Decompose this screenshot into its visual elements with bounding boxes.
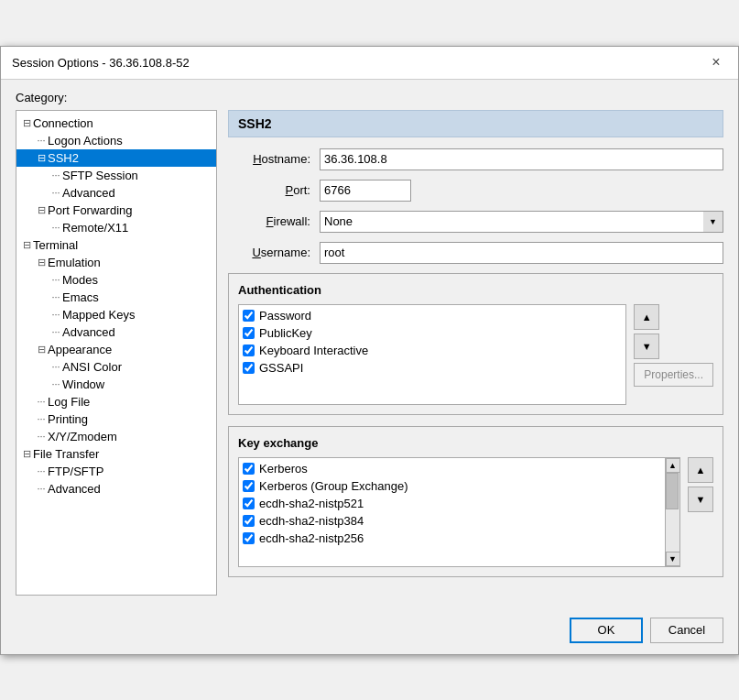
kex-label: Kerberos <box>259 462 308 476</box>
tree-item-label: Terminal <box>33 238 78 252</box>
ok-button[interactable]: OK <box>570 618 643 643</box>
tree-item-label: Emacs <box>62 290 99 304</box>
tree-item-expander: ··· <box>49 326 62 337</box>
tree-item-mapped-keys[interactable]: ··· Mapped Keys <box>16 306 216 323</box>
tree-item-terminal[interactable]: ⊟ Terminal <box>16 236 216 254</box>
close-button[interactable]: × <box>705 51 727 73</box>
dialog-title: Session Options - 36.36.108.8-52 <box>12 56 190 70</box>
tree-item-expander: ⊟ <box>20 239 33 251</box>
tree-item-file-transfer[interactable]: ⊟ File Transfer <box>16 445 216 463</box>
tree-item-expander: ··· <box>35 431 48 442</box>
kex-label: ecdh-sha2-nistp256 <box>259 531 364 545</box>
auth-item-password: Password <box>243 309 622 323</box>
firewall-select[interactable]: None Firewall1 Firewall2 <box>320 211 723 233</box>
tree-item-emulation[interactable]: ⊟ Emulation <box>16 254 216 271</box>
tree-item-sftp-session[interactable]: ··· SFTP Session <box>16 167 216 184</box>
tree-item-port-forwarding[interactable]: ⊟ Port Forwarding <box>16 202 216 219</box>
section-header: SSH2 <box>228 110 723 137</box>
kex-checkbox-kerberos[interactable] <box>243 463 255 475</box>
auth-checkbox-gssapi[interactable] <box>243 362 255 374</box>
tree-item-ftp-sftp[interactable]: ··· FTP/SFTP <box>16 463 216 480</box>
tree-item-remote-x11[interactable]: ··· Remote/X11 <box>16 219 216 236</box>
tree-item-emacs[interactable]: ··· Emacs <box>16 289 216 306</box>
kex-label: ecdh-sha2-nistp521 <box>259 497 364 510</box>
tree-item-advanced-ft[interactable]: ··· Advanced <box>16 480 216 498</box>
port-row: Port: <box>228 180 723 202</box>
tree-item-ssh2[interactable]: ⊟ SSH2 <box>16 149 216 167</box>
key-exchange-title: Key exchange <box>238 436 713 450</box>
tree-item-logon-actions[interactable]: ··· Logon Actions <box>16 132 216 149</box>
tree-item-label: Window <box>62 377 104 391</box>
username-row: Username: <box>228 242 723 264</box>
cancel-button[interactable]: Cancel <box>650 618 723 643</box>
hostname-label: Hostname: <box>228 152 320 166</box>
tree-item-window[interactable]: ··· Window <box>16 376 216 393</box>
tree-item-expander: ··· <box>35 396 48 407</box>
tree-item-label: SSH2 <box>48 151 79 165</box>
tree-item-label: Advanced <box>62 325 115 339</box>
tree-item-expander: ⊟ <box>35 344 48 355</box>
auth-item-keyboard-interactive: Keyboard Interactive <box>243 344 622 357</box>
tree-item-connection[interactable]: ⊟ Connection <box>16 115 216 132</box>
key-exchange-section: Key exchange KerberosKerberos (Group Exc… <box>228 426 723 577</box>
authentication-title: Authentication <box>238 283 713 297</box>
tree-item-label: Log File <box>48 395 90 409</box>
properties-button[interactable]: Properties... <box>634 363 713 387</box>
auth-controls: ▲ ▼ Properties... <box>634 304 713 405</box>
tree-item-expander: ··· <box>35 135 48 146</box>
kex-checkbox-ecdh-sha2-nistp384[interactable] <box>243 515 255 527</box>
hostname-row: Hostname: <box>228 148 723 170</box>
tree-item-appearance[interactable]: ⊟ Appearance <box>16 341 216 358</box>
right-panel: SSH2 Hostname: Port: <box>228 110 723 596</box>
kex-move-up-button[interactable]: ▲ <box>688 457 713 483</box>
auth-label: Password <box>259 309 311 323</box>
kex-item-ecdh-sha2-nistp521: ecdh-sha2-nistp521 <box>243 497 661 510</box>
tree-item-label: Remote/X11 <box>62 221 128 235</box>
tree-item-expander: ··· <box>49 361 62 372</box>
key-exchange-scrollbar: ▲ ▼ <box>665 458 679 566</box>
content-area: ⊟ Connection··· Logon Actions⊟ SSH2··· S… <box>16 110 723 596</box>
tree-item-modes[interactable]: ··· Modes <box>16 271 216 289</box>
authentication-inner: PasswordPublicKeyKeyboard InteractiveGSS… <box>238 304 713 405</box>
kex-checkbox-kerberos-group-exchange-[interactable] <box>243 480 255 492</box>
tree-item-log-file[interactable]: ··· Log File <box>16 393 216 410</box>
tree-item-advanced-ssh[interactable]: ··· Advanced <box>16 184 216 202</box>
auth-checkbox-password[interactable] <box>243 310 255 322</box>
tree-item-label: Mapped Keys <box>62 308 136 322</box>
port-input[interactable] <box>320 180 411 202</box>
key-exchange-list: KerberosKerberos (Group Exchange)ecdh-sh… <box>239 458 679 566</box>
auth-checkbox-keyboard-interactive[interactable] <box>243 345 255 356</box>
tree-item-xyz-modem[interactable]: ··· X/Y/Zmodem <box>16 428 216 445</box>
kex-move-down-button[interactable]: ▼ <box>688 487 713 512</box>
auth-move-down-button[interactable]: ▼ <box>634 334 659 359</box>
tree-item-expander: ··· <box>49 170 62 180</box>
kex-item-kerberos-group-exchange-: Kerberos (Group Exchange) <box>243 479 661 493</box>
kex-item-ecdh-sha2-nistp256: ecdh-sha2-nistp256 <box>243 531 661 545</box>
tree-item-expander: ··· <box>49 378 62 389</box>
kex-checkbox-ecdh-sha2-nistp256[interactable] <box>243 532 255 544</box>
tree-item-printing[interactable]: ··· Printing <box>16 410 216 428</box>
tree-panel[interactable]: ⊟ Connection··· Logon Actions⊟ SSH2··· S… <box>16 110 217 596</box>
kex-scroll-up-button[interactable]: ▲ <box>666 458 680 473</box>
tree-item-label: Advanced <box>48 482 101 496</box>
auth-label: Keyboard Interactive <box>259 344 368 357</box>
authentication-section: Authentication PasswordPublicKeyKeyboard… <box>228 273 723 415</box>
kex-checkbox-ecdh-sha2-nistp521[interactable] <box>243 498 255 509</box>
tree-item-expander: ··· <box>35 413 48 424</box>
tree-item-label: Emulation <box>48 256 101 269</box>
hostname-input[interactable] <box>320 148 723 170</box>
bottom-bar: OK Cancel <box>1 607 738 654</box>
tree-item-expander: ··· <box>49 309 62 320</box>
key-exchange-inner: KerberosKerberos (Group Exchange)ecdh-sh… <box>238 457 713 567</box>
kex-item-kerberos: Kerberos <box>243 462 661 476</box>
tree-item-advanced-terminal[interactable]: ··· Advanced <box>16 323 216 341</box>
tree-item-expander: ··· <box>49 291 62 302</box>
tree-item-ansi-color[interactable]: ··· ANSI Color <box>16 358 216 376</box>
username-input[interactable] <box>320 242 723 264</box>
auth-checkbox-publickey[interactable] <box>243 327 255 339</box>
tree-item-label: Logon Actions <box>48 134 123 148</box>
auth-move-up-button[interactable]: ▲ <box>634 304 659 330</box>
kex-scroll-down-button[interactable]: ▼ <box>666 552 680 566</box>
tree-item-label: SFTP Session <box>62 169 138 182</box>
tree-item-expander: ⊟ <box>35 152 48 164</box>
